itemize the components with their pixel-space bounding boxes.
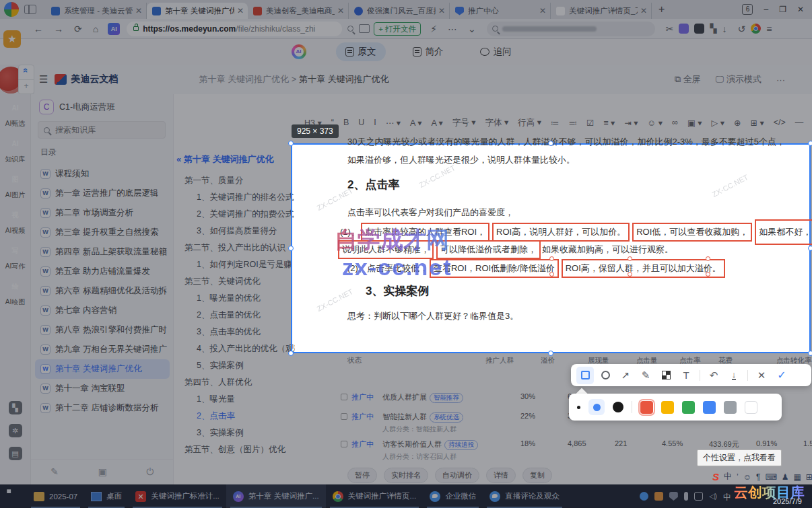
toc-item[interactable]: 1、如何判定ROI是亏是赚	[176, 256, 295, 273]
lightning-icon[interactable]: ⚡	[430, 24, 437, 34]
toolbar-more-icon[interactable]: ⋯	[448, 24, 457, 34]
tray-display-icon[interactable]	[694, 492, 703, 501]
tab-count-badge[interactable]: 6	[742, 4, 753, 15]
redbox-handle[interactable]	[706, 256, 710, 261]
browser-tab[interactable]: 推广中心 ✕	[450, 3, 551, 19]
editor-tool-icon[interactable]: ⊕	[730, 118, 745, 128]
editor-tool-icon[interactable]: ∞	[668, 118, 682, 127]
arrow-tool[interactable]: ↗	[617, 367, 634, 384]
sogou-logo-icon[interactable]: S	[712, 471, 719, 482]
tab-group-icon[interactable]	[24, 5, 36, 14]
row-checkbox[interactable]	[341, 441, 347, 447]
editor-tool-icon[interactable]: ☑	[582, 118, 598, 128]
confirm-capture-button[interactable]: ✓	[773, 367, 790, 384]
browser-tab[interactable]: 关键词推广详情页_万相 ✕	[551, 3, 652, 19]
toc-item[interactable]: 4、投入产出比的优化（观察7天/15	[176, 340, 295, 357]
chapter-item[interactable]: W 第十二章 店铺诊断数据分析	[35, 398, 170, 418]
browser-tab[interactable]: 第十章 关键词推广优化 ✕	[147, 3, 248, 19]
pin-icon[interactable]: +	[18, 80, 34, 94]
close-button[interactable]: ✕	[797, 5, 804, 14]
editor-tool-icon[interactable]: B	[339, 118, 353, 127]
tab-ask[interactable]: 追问	[471, 42, 521, 61]
chapter-item[interactable]: W 第十一章 淘宝联盟	[35, 379, 170, 398]
toolbox-icon[interactable]: ▦	[794, 472, 801, 482]
selection-handle[interactable]	[288, 246, 294, 251]
selection-handle[interactable]	[808, 141, 812, 146]
stroke-large[interactable]	[613, 402, 623, 412]
tray-shield-icon[interactable]	[669, 492, 678, 501]
tab-close-icon[interactable]: ✕	[539, 6, 546, 15]
table-action-button[interactable]: 实时排名	[384, 468, 428, 483]
text-tool[interactable]: T	[677, 367, 695, 384]
selection-handle[interactable]	[288, 141, 294, 146]
taskbar-app[interactable]: 直播评论及观众	[483, 484, 566, 508]
maximize-button[interactable]: ❐	[779, 5, 786, 14]
annotation-box[interactable]: ROI低，可以查看收藏加购，	[632, 223, 752, 242]
editor-tool-icon[interactable]: ⇥ ▾	[620, 118, 642, 128]
tray-ime-lang[interactable]: 中	[723, 492, 731, 501]
redbox-handle[interactable]	[549, 256, 554, 261]
taskbar-app[interactable]: 桌面	[84, 484, 129, 508]
taskbar-app[interactable]: ✕ 关键词推广标准计...	[129, 484, 226, 508]
knowledge-search-input[interactable]	[54, 124, 155, 135]
toc-item[interactable]: 1、曝光量	[176, 391, 295, 408]
tray-orange-icon[interactable]	[654, 492, 663, 501]
tab-close-icon[interactable]: ✕	[135, 6, 142, 15]
table-action-button[interactable]: 自动调价	[435, 468, 479, 483]
purple-extension-icon[interactable]	[679, 24, 689, 34]
forward-button[interactable]: →	[54, 24, 63, 34]
editor-tool-icon[interactable]: A ▾	[427, 118, 446, 128]
toolbar-chevron-icon[interactable]: ⌄	[468, 24, 476, 34]
breadcrumb[interactable]: 第十章 关键词推广优化 > 第十章 关键词推广优化	[199, 73, 388, 85]
toc-item[interactable]: 第五节、创意（图片）优化	[176, 441, 295, 458]
chapter-item[interactable]: W 第三章 提升权重之自然搜索	[35, 223, 170, 242]
editor-tool-icon[interactable]: A ▾	[406, 118, 426, 128]
browser-tab[interactable]: 系统管理 - 美迪云管理 ✕	[46, 3, 147, 19]
person-icon[interactable]: ♟	[782, 472, 789, 482]
mosaic-tool[interactable]	[657, 367, 675, 384]
browser-menu-icon[interactable]: ≡	[766, 24, 772, 34]
rail-item[interactable]: 图 AI图片	[5, 171, 26, 200]
ime-lang-icon[interactable]: 中	[724, 471, 732, 482]
browser-tab[interactable]: 美迪创客_美迪电商_美 ✕	[248, 3, 349, 19]
stroke-small[interactable]	[577, 406, 580, 409]
tab-close-icon[interactable]: ✕	[438, 6, 445, 15]
download-icon[interactable]: ↓	[722, 24, 726, 34]
editor-tool-icon[interactable]: ≕	[565, 118, 582, 128]
browser-tab[interactable]: 俊强澳门风云_百度搜索 ✕	[349, 3, 450, 19]
editor-tool-icon[interactable]: ▣ ▾	[683, 118, 706, 128]
table-action-button[interactable]: 暂停	[347, 468, 377, 483]
browser-profile-icon[interactable]	[4, 2, 19, 17]
browser-logo-icon[interactable]	[751, 24, 761, 34]
selection-handle[interactable]	[548, 141, 553, 146]
toc-item[interactable]: 第四节、人群优化	[176, 374, 295, 391]
toc-item[interactable]: 1、曝光量的优化	[176, 290, 295, 307]
dark-extension-icon[interactable]	[694, 24, 704, 34]
chapter-item[interactable]: W 第一章 运营推广的底层逻辑	[35, 184, 170, 203]
table-action-button[interactable]: 详情	[486, 468, 516, 483]
cancel-capture-button[interactable]: ✕	[753, 367, 770, 384]
chapter-item[interactable]: W 第九章 万相台无界关键词推广	[35, 340, 170, 359]
chapter-item[interactable]: W 第四章 新品上架获取流量秘籍	[35, 242, 170, 262]
tab-close-icon[interactable]: ✕	[640, 6, 647, 15]
annotation-box-selected[interactable]: ROI高，保留人群，并且可以加大溢价。	[562, 259, 725, 278]
toc-item[interactable]: 3、如何提高质量得分	[176, 223, 295, 240]
archive-icon[interactable]: ▣	[98, 466, 107, 478]
color-swatch[interactable]	[640, 401, 653, 414]
color-swatch[interactable]	[745, 401, 757, 414]
chapter-item[interactable]: W 第六章 标题精细优化及活动拆	[35, 281, 170, 301]
selection-handle[interactable]	[288, 351, 294, 356]
image-icon[interactable]	[359, 24, 370, 33]
tray-mic-icon[interactable]	[684, 492, 688, 501]
download-tool[interactable]: ↓	[725, 367, 743, 384]
toc-item[interactable]: 5、实操案例	[176, 357, 295, 374]
ime-punct-icon[interactable]: ’	[737, 472, 739, 482]
table-header-cell[interactable]: 状态	[347, 356, 485, 365]
home-button[interactable]: ⌂	[93, 24, 98, 34]
selection-handle[interactable]	[548, 351, 553, 356]
header-more-button[interactable]: ···	[776, 75, 785, 85]
knowledge-search[interactable]	[38, 121, 166, 139]
redbox-handle[interactable]	[706, 272, 710, 277]
address-bar[interactable]: https://os.medeyun.com/file/zhishiku/cla…	[127, 22, 342, 36]
settings-gear-icon[interactable]: ✲	[9, 424, 22, 437]
